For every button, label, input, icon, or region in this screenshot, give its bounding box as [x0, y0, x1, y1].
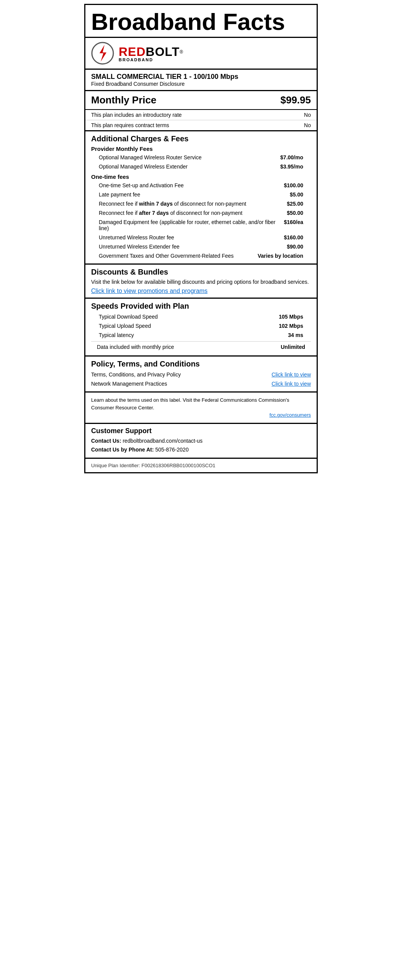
discounts-section: Discounts & Bundles Visit the link below… — [85, 265, 317, 299]
upload-speed-value: 102 Mbps — [279, 323, 303, 329]
contact-us-value: redboltbroadband.com/contact-us — [123, 438, 203, 444]
contact-phone-label: Contact Us by Phone At: — [91, 447, 154, 453]
damaged-equipment-fee-row: Damaged Equipment fee (applicable for ro… — [91, 218, 311, 233]
unreturned-extender-fee-row: Unreturned Wireless Extender fee $90.00 — [91, 242, 311, 251]
managed-extender-fee-label: Optional Managed Wireless Extender — [99, 164, 280, 170]
discounts-title: Discounts & Bundles — [91, 268, 311, 276]
reconnect-7days-fee-value: $25.00 — [287, 201, 303, 207]
plan-name: SMALL COMMERCIAL TIER 1 - 100/100 Mbps — [91, 73, 311, 81]
provider-monthly-fees-title: Provider Monthly Fees — [91, 146, 311, 152]
introductory-rate-label: This plan includes an introductory rate — [91, 112, 182, 118]
upload-speed-label: Typical Upload Speed — [99, 323, 151, 329]
logo-red: RED — [119, 45, 146, 59]
data-included-label: Data included with monthly price — [97, 344, 174, 350]
unreturned-router-fee-value: $160.00 — [284, 234, 303, 241]
late-payment-fee-value: $5.00 — [290, 191, 303, 198]
contract-terms-value: No — [304, 122, 311, 128]
contact-phone-row: Contact Us by Phone At: 505-876-2020 — [91, 445, 311, 455]
unreturned-extender-fee-value: $90.00 — [287, 244, 303, 250]
unreturned-router-fee-label: Unreturned Wireless Router fee — [99, 234, 284, 241]
plan-info-rows: This plan includes an introductory rate … — [85, 110, 317, 131]
introductory-rate-value: No — [304, 112, 311, 118]
logo-reg: ® — [180, 49, 183, 54]
download-speed-value: 105 Mbps — [279, 314, 303, 320]
unreturned-extender-fee-label: Unreturned Wireless Extender fee — [99, 244, 287, 250]
logo-section: REDBOLT® BROADBAND — [85, 38, 317, 70]
unique-id-section: Unique Plan Identifier: F002618306RBB010… — [85, 459, 317, 472]
page-title: Broadband Facts — [85, 5, 317, 38]
terms-policy-label: Terms, Conditions, and Privacy Policy — [91, 371, 181, 378]
damaged-equipment-fee-label: Damaged Equipment fee (applicable for ro… — [99, 219, 284, 231]
speeds-section: Speeds Provided with Plan Typical Downlo… — [85, 299, 317, 357]
contact-us-row: Contact Us: redboltbroadband.com/contact… — [91, 437, 311, 446]
reconnect-after7days-fee-row: Reconnect fee if after 7 days of disconn… — [91, 208, 311, 218]
redbolt-logo-icon — [91, 42, 114, 65]
one-time-fees-title: One-time fees — [91, 173, 311, 180]
network-management-label: Network Management Practices — [91, 381, 167, 387]
policy-section: Policy, Terms, and Conditions Terms, Con… — [85, 357, 317, 393]
logo-black: BOLT — [146, 45, 180, 59]
reconnect-7days-fee-row: Reconnect fee if within 7 days of discon… — [91, 199, 311, 208]
discounts-text: Visit the link below for available billi… — [91, 278, 311, 286]
upload-speed-row: Typical Upload Speed 102 Mbps — [91, 321, 311, 330]
late-payment-fee-label: Late payment fee — [99, 191, 290, 198]
plan-name-section: SMALL COMMERCIAL TIER 1 - 100/100 Mbps F… — [85, 70, 317, 91]
broadband-facts-document: Broadband Facts REDBOLT® BROADBAND SMALL… — [84, 4, 318, 473]
data-included-value: Unlimited — [281, 344, 305, 350]
late-payment-fee-row: Late payment fee $5.00 — [91, 190, 311, 199]
contact-phone-value: 505-876-2020 — [155, 447, 189, 453]
introductory-rate-row: This plan includes an introductory rate … — [85, 110, 317, 120]
contract-terms-row: This plan requires contract terms No — [85, 120, 317, 130]
government-taxes-fee-row: Government Taxes and Other Government-Re… — [91, 251, 311, 260]
additional-charges-section: Additional Charges & Fees Provider Month… — [85, 131, 317, 265]
reconnect-7days-fee-label: Reconnect fee if within 7 days of discon… — [99, 201, 287, 207]
managed-extender-fee-row: Optional Managed Wireless Extender $3.95… — [91, 162, 311, 171]
setup-activation-fee-value: $100.00 — [284, 182, 303, 188]
network-management-row: Network Management Practices Click link … — [91, 379, 311, 388]
latency-label: Typical latency — [99, 332, 134, 338]
svg-marker-1 — [100, 45, 106, 62]
monthly-price-value: $99.95 — [280, 94, 311, 106]
discounts-link[interactable]: Click link to view promotions and progra… — [91, 288, 208, 294]
unique-id-value: F002618306RBB01000100SCO1 — [142, 463, 216, 468]
speeds-title: Speeds Provided with Plan — [91, 302, 311, 311]
contract-terms-label: This plan requires contract terms — [91, 122, 169, 128]
government-taxes-fee-value: Varies by location — [258, 253, 303, 259]
customer-support-section: Customer Support Contact Us: redboltbroa… — [85, 424, 317, 459]
monthly-price-label: Monthly Price — [91, 94, 156, 106]
download-speed-label: Typical Download Speed — [99, 314, 158, 320]
plan-sub: Fixed Broadband Consumer Disclosure — [91, 81, 311, 87]
customer-support-title: Customer Support — [91, 427, 311, 435]
additional-charges-title: Additional Charges & Fees — [91, 134, 311, 143]
contact-us-label: Contact Us: — [91, 438, 121, 444]
footer-section: Learn about the terms used on this label… — [85, 393, 317, 424]
setup-activation-fee-label: One-time Set-up and Activation Fee — [99, 182, 284, 188]
damaged-equipment-fee-value: $160/ea — [284, 219, 303, 225]
unreturned-router-fee-row: Unreturned Wireless Router fee $160.00 — [91, 233, 311, 242]
unique-id-label: Unique Plan Identifier: — [91, 463, 140, 468]
terms-policy-link[interactable]: Click link to view — [271, 371, 311, 378]
terms-policy-row: Terms, Conditions, and Privacy Policy Cl… — [91, 370, 311, 379]
government-taxes-fee-label: Government Taxes and Other Government-Re… — [99, 253, 258, 259]
managed-router-fee-value: $7.00/mo — [280, 154, 303, 160]
setup-activation-fee-row: One-time Set-up and Activation Fee $100.… — [91, 181, 311, 190]
network-management-link[interactable]: Click link to view — [271, 381, 311, 387]
latency-value: 34 ms — [288, 332, 303, 338]
managed-extender-fee-value: $3.95/mo — [280, 164, 303, 170]
logo-name: REDBOLT® — [119, 45, 183, 59]
logo-text-block: REDBOLT® BROADBAND — [119, 45, 183, 62]
reconnect-after7days-fee-value: $50.00 — [287, 210, 303, 216]
policy-title: Policy, Terms, and Conditions — [91, 360, 311, 368]
footer-text: Learn about the terms used on this label… — [91, 397, 289, 411]
fcc-link[interactable]: fcc.gov/consumers — [91, 411, 311, 419]
data-included-row: Data included with monthly price Unlimit… — [91, 341, 311, 352]
managed-router-fee-label: Optional Managed Wireless Router Service — [99, 154, 280, 160]
download-speed-row: Typical Download Speed 105 Mbps — [91, 312, 311, 321]
monthly-price-row: Monthly Price $99.95 — [85, 91, 317, 110]
managed-router-fee-row: Optional Managed Wireless Router Service… — [91, 153, 311, 162]
latency-row: Typical latency 34 ms — [91, 330, 311, 340]
reconnect-after7days-fee-label: Reconnect fee if after 7 days of disconn… — [99, 210, 287, 216]
